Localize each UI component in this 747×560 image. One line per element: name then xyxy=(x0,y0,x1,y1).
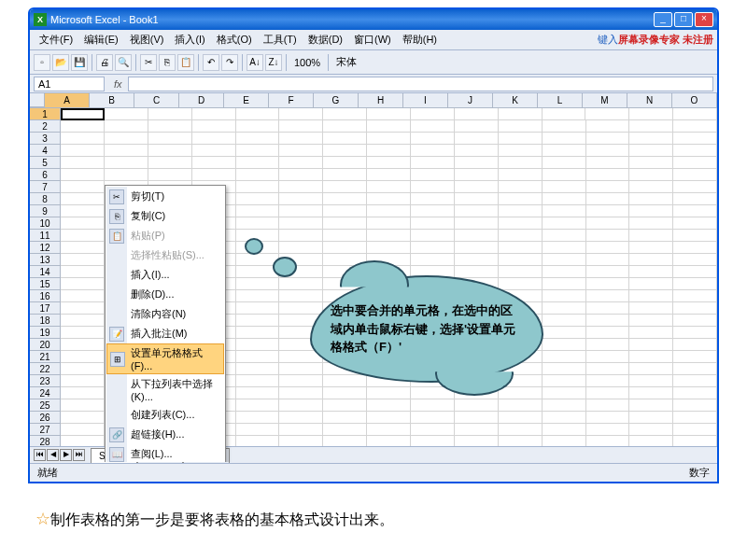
cell[interactable] xyxy=(105,133,148,145)
cell[interactable] xyxy=(236,412,280,424)
cell[interactable] xyxy=(629,278,673,290)
cell[interactable] xyxy=(586,290,630,302)
cell[interactable] xyxy=(673,290,717,302)
row-header[interactable]: 16 xyxy=(30,290,61,302)
col-header-M[interactable]: M xyxy=(583,93,627,107)
cell[interactable] xyxy=(543,315,586,327)
context-menu-item[interactable]: 插入(I)... xyxy=(106,265,224,285)
cell[interactable] xyxy=(673,315,717,327)
cell[interactable] xyxy=(499,412,543,424)
tab-first-icon[interactable]: ⏮ xyxy=(34,449,46,461)
cell[interactable] xyxy=(629,339,673,351)
cell[interactable] xyxy=(629,181,673,193)
cell[interactable] xyxy=(455,108,499,120)
row-header[interactable]: 4 xyxy=(30,145,61,157)
cell[interactable] xyxy=(61,217,105,230)
cell[interactable] xyxy=(499,120,543,133)
cell[interactable] xyxy=(543,266,586,278)
cell[interactable] xyxy=(61,266,105,278)
col-header-C[interactable]: C xyxy=(134,93,179,107)
cell[interactable] xyxy=(236,375,280,387)
cell[interactable] xyxy=(61,193,105,205)
cell[interactable] xyxy=(279,169,323,181)
col-header-N[interactable]: N xyxy=(627,93,672,107)
cell[interactable] xyxy=(279,157,323,169)
cell[interactable] xyxy=(61,302,105,315)
redo-icon[interactable]: ↷ xyxy=(221,54,238,71)
cell[interactable] xyxy=(61,108,105,120)
cell[interactable] xyxy=(61,157,105,169)
cell[interactable] xyxy=(323,181,367,193)
cell[interactable] xyxy=(629,351,673,363)
cell[interactable] xyxy=(499,157,543,169)
row-header[interactable]: 13 xyxy=(30,254,61,266)
menu-format[interactable]: 格式(O) xyxy=(211,31,258,49)
cell[interactable] xyxy=(585,108,629,120)
context-menu-item[interactable]: 从下拉列表中选择(K)... xyxy=(106,374,224,405)
cell[interactable] xyxy=(499,254,543,266)
cell[interactable] xyxy=(586,266,630,278)
cell[interactable] xyxy=(411,242,455,254)
menu-insert[interactable]: 插入(I) xyxy=(169,31,210,49)
cell[interactable] xyxy=(586,351,630,363)
row-header[interactable]: 1 xyxy=(30,108,61,120)
cell[interactable] xyxy=(673,375,717,387)
cell[interactable] xyxy=(629,145,673,157)
tab-last-icon[interactable]: ⏭ xyxy=(73,449,85,461)
cell[interactable] xyxy=(367,133,411,145)
cell[interactable] xyxy=(629,387,673,399)
cell[interactable] xyxy=(411,412,455,424)
cell[interactable] xyxy=(543,217,586,230)
cell[interactable] xyxy=(629,230,673,242)
cell[interactable] xyxy=(629,193,673,205)
cell[interactable] xyxy=(543,375,586,387)
cell[interactable] xyxy=(586,412,630,424)
row-header[interactable]: 15 xyxy=(30,278,61,290)
cell[interactable] xyxy=(499,217,543,230)
cell[interactable] xyxy=(543,193,586,205)
cell[interactable] xyxy=(323,424,367,436)
col-header-O[interactable]: O xyxy=(672,93,717,107)
col-header-D[interactable]: D xyxy=(179,93,224,107)
cell[interactable] xyxy=(629,133,673,145)
cell[interactable] xyxy=(61,351,105,363)
cell[interactable] xyxy=(323,120,367,133)
cell[interactable] xyxy=(192,157,236,169)
row-header[interactable]: 24 xyxy=(30,387,61,399)
context-menu-item[interactable]: 🔗超链接(H)... xyxy=(106,425,224,444)
cell[interactable] xyxy=(236,120,280,133)
cell[interactable] xyxy=(673,217,717,230)
cell[interactable] xyxy=(367,108,411,120)
cell[interactable] xyxy=(148,120,192,133)
cell[interactable] xyxy=(586,302,630,315)
cell[interactable] xyxy=(455,157,499,169)
cell[interactable] xyxy=(61,230,105,242)
cell[interactable] xyxy=(236,157,280,169)
context-menu-item[interactable]: 清除内容(N) xyxy=(106,304,224,324)
cell[interactable] xyxy=(673,266,717,278)
print-icon[interactable]: 🖨 xyxy=(96,54,113,71)
open-icon[interactable]: 📂 xyxy=(52,54,69,71)
cell[interactable] xyxy=(236,205,280,217)
cell[interactable] xyxy=(629,120,673,133)
cell[interactable] xyxy=(323,399,367,412)
cell[interactable] xyxy=(323,145,367,157)
cell[interactable] xyxy=(499,242,543,254)
cell[interactable] xyxy=(279,399,323,412)
cell[interactable] xyxy=(673,351,717,363)
cell[interactable] xyxy=(411,217,455,230)
cell[interactable] xyxy=(586,181,630,193)
cell[interactable] xyxy=(543,169,586,181)
cell[interactable] xyxy=(367,181,411,193)
col-header-E[interactable]: E xyxy=(224,93,269,107)
font-name[interactable]: 宋体 xyxy=(332,55,360,69)
row-header[interactable]: 19 xyxy=(30,327,61,339)
cell[interactable] xyxy=(543,157,586,169)
cell[interactable] xyxy=(543,351,586,363)
cell[interactable] xyxy=(586,327,630,339)
cut-icon[interactable]: ✂ xyxy=(140,54,157,71)
cell[interactable] xyxy=(543,205,586,217)
cell[interactable] xyxy=(279,278,323,290)
cell[interactable] xyxy=(279,363,323,375)
cell[interactable] xyxy=(499,133,543,145)
